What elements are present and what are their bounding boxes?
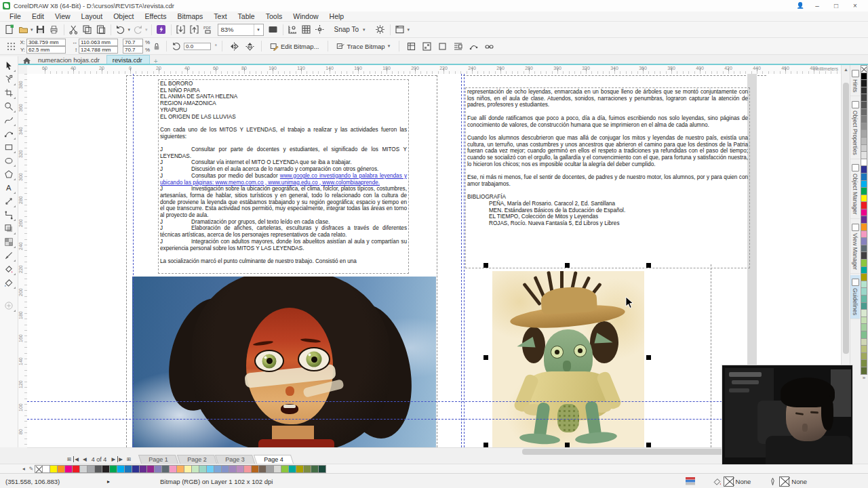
menu-table[interactable]: Table [233, 12, 260, 22]
new-document-button[interactable] [3, 23, 16, 37]
transparency-tool[interactable] [1, 235, 16, 249]
launcher-caret-icon[interactable]: ▾ [408, 27, 410, 33]
add-page-before-button[interactable]: ⊞ [65, 456, 73, 462]
open-caret-icon[interactable]: ▾ [31, 27, 33, 33]
edit-bitmap-button[interactable]: Edit Bitmap... [267, 41, 323, 52]
copy-button[interactable] [81, 23, 94, 37]
object-height-field[interactable]: 124.788 mm [79, 46, 118, 54]
show-grid-button[interactable] [300, 23, 313, 37]
first-page-button[interactable]: ◀ [73, 456, 81, 462]
menu-tools[interactable]: Tools [260, 12, 288, 22]
palette-expand-icon[interactable]: » [863, 375, 865, 381]
resample-bitmap-button[interactable] [404, 39, 418, 53]
export-button[interactable] [188, 23, 201, 37]
selection-handle-middle-left[interactable] [484, 355, 488, 360]
docker-tab-view-manager[interactable]: View Manager [850, 220, 860, 274]
palette-scroll-left-icon[interactable]: ◂ [20, 466, 27, 472]
zoom-caret-icon[interactable]: ▾ [254, 24, 263, 35]
page-tab-page-3[interactable]: Page 3 [215, 455, 255, 464]
menu-text[interactable]: Text [208, 12, 232, 22]
cut-button[interactable] [67, 23, 81, 37]
publish-pdf-button[interactable]: PDF [201, 23, 215, 37]
shape-tool[interactable] [1, 73, 16, 86]
rectangle-tool[interactable] [1, 140, 16, 154]
menu-bitmaps[interactable]: Bitmaps [172, 12, 208, 22]
zoom-level-combobox[interactable]: 83% ▾ [218, 24, 264, 36]
mirror-vertical-button[interactable] [243, 39, 256, 53]
left-text-frame[interactable]: EL BOROROEL NIÑO PAIRAEL ANIMA DE SANTA … [158, 79, 409, 274]
print-button[interactable] [47, 23, 61, 37]
rotation-angle-field[interactable]: 0.0 [184, 43, 211, 50]
menu-view[interactable]: View [50, 12, 76, 22]
no-color-swatch[interactable] [35, 465, 43, 473]
bspline-tool[interactable] [1, 127, 16, 140]
selection-handle-top-middle[interactable] [565, 263, 570, 268]
selection-handle-middle-right[interactable] [646, 355, 651, 360]
menu-effects[interactable]: Effects [139, 12, 172, 22]
import-button[interactable] [174, 23, 188, 37]
previous-page-button[interactable]: ◀ [81, 456, 89, 462]
options-gear-button[interactable] [374, 23, 387, 37]
customize-toolbox-button[interactable] [1, 299, 16, 312]
vertical-guideline[interactable] [133, 74, 134, 447]
menu-help[interactable]: Help [324, 12, 350, 22]
horizontal-guideline[interactable] [27, 419, 841, 420]
account-icon[interactable]: 👤 [793, 1, 807, 11]
ellipse-tool[interactable] [1, 154, 16, 167]
vertical-guideline[interactable] [464, 74, 465, 447]
status-expander-icon[interactable]: ▸ [107, 479, 148, 485]
girl-face-paint-image[interactable] [132, 277, 436, 447]
next-page-button[interactable]: ▶ [109, 456, 117, 462]
save-button[interactable] [34, 23, 47, 37]
open-button[interactable] [16, 23, 30, 37]
docker-tab-guidelines[interactable]: Guidelines [850, 275, 860, 319]
connector-tool[interactable] [1, 208, 16, 222]
close-button[interactable]: × [846, 1, 864, 11]
crop-tool[interactable] [1, 86, 16, 100]
menu-layout[interactable]: Layout [76, 12, 108, 22]
menu-window[interactable]: Window [288, 12, 323, 22]
bitmap-mask-button[interactable] [420, 39, 433, 53]
no-color-swatch[interactable] [861, 65, 867, 73]
paste-button[interactable] [94, 23, 108, 37]
page-tab-page-2[interactable]: Page 2 [177, 455, 217, 464]
selection-handle-top-left[interactable] [484, 263, 488, 268]
minimize-button[interactable]: – [808, 1, 826, 11]
undo-caret-icon[interactable]: ▾ [128, 27, 131, 33]
application-launcher-button[interactable] [393, 23, 407, 37]
selection-handle-bottom-right[interactable] [646, 443, 651, 447]
x-position-field[interactable]: 308.759 mm [26, 39, 66, 46]
zoom-tool[interactable] [1, 100, 16, 113]
add-page-after-button[interactable]: ⊞ [125, 456, 133, 462]
color-swatch[interactable] [318, 465, 326, 473]
text-tool[interactable]: A [1, 181, 16, 195]
last-page-button[interactable]: ▶ [117, 456, 125, 462]
scale-x-field[interactable]: 70.7 [123, 39, 143, 46]
horizontal-guideline[interactable] [27, 401, 841, 402]
mirror-horizontal-button[interactable] [227, 39, 241, 53]
outline-color-indicator[interactable]: None [768, 476, 807, 487]
menu-object[interactable]: Object [108, 12, 139, 22]
freehand-tool[interactable] [1, 113, 16, 127]
page-tab-page-1[interactable]: Page 1 [138, 455, 178, 464]
vertical-scroll-thumb[interactable] [843, 83, 849, 354]
lock-ratio-button[interactable] [152, 39, 161, 53]
docker-tab-object-manager[interactable]: Object Manager [850, 161, 860, 218]
maximize-button[interactable]: □ [827, 1, 845, 11]
selection-handle-bottom-left[interactable] [484, 443, 488, 447]
show-guidelines-button[interactable] [313, 23, 327, 37]
vertical-ruler[interactable]: 3803603403203002802602402202001801601401… [18, 74, 28, 447]
link-button[interactable] [482, 39, 496, 53]
docker-tab-object-properties[interactable]: Object Properties [850, 98, 860, 159]
polygon-tool[interactable] [1, 167, 16, 181]
page-tab-page-4[interactable]: Page 4 [254, 455, 294, 464]
color-swatch[interactable] [861, 367, 867, 375]
dimension-tool[interactable] [1, 195, 16, 208]
vertical-guideline[interactable] [461, 74, 462, 447]
trace-bitmap-dropdown[interactable]: Trace Bitmap ▾ [333, 41, 395, 52]
pick-tool[interactable] [1, 59, 16, 73]
selection-handle-top-right[interactable] [646, 263, 651, 268]
fullscreen-preview-button[interactable] [267, 23, 280, 37]
fill-color-indicator[interactable]: None [713, 476, 751, 487]
scale-y-field[interactable]: 70.7 [123, 46, 143, 54]
